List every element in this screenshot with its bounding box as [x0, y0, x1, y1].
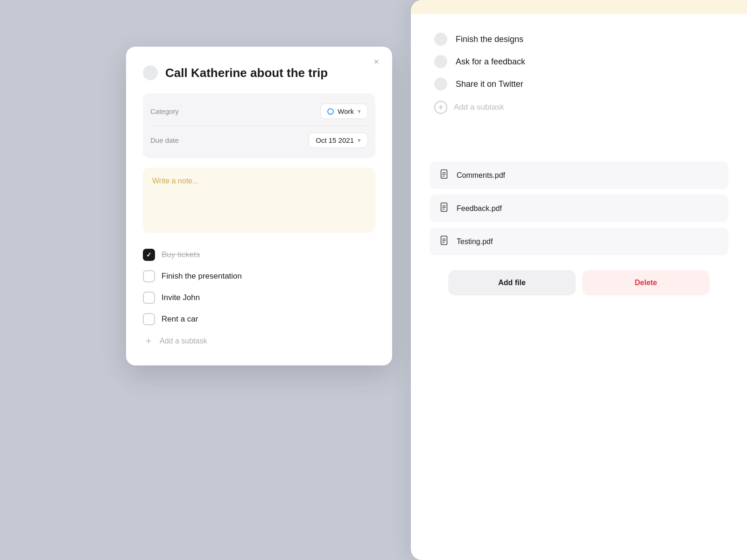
category-dropdown[interactable]: Work ▾: [320, 104, 368, 119]
right-subtasks-section: Finish the designs Ask for a feedback Sh…: [411, 14, 747, 133]
right-plus-icon[interactable]: +: [434, 101, 447, 114]
category-value: Work: [338, 107, 354, 115]
file-icon-3: [439, 235, 449, 248]
subtask-label-2: Finish the presentation: [162, 272, 242, 281]
checkmark-icon: ✓: [146, 251, 152, 259]
fields-section: Category Work ▾ Due date Oct 15 2021 ▾: [143, 93, 375, 158]
subtask-label-4: Rent a car: [162, 315, 198, 324]
bottom-actions: Add file Delete: [430, 261, 728, 295]
due-date-value: Oct 15 2021: [316, 136, 354, 144]
subtask-checkbox-4[interactable]: [143, 313, 155, 325]
subtask-item: Rent a car: [143, 308, 375, 330]
subtask-checkbox-2[interactable]: [143, 270, 155, 282]
due-date-dropdown[interactable]: Oct 15 2021 ▾: [309, 133, 368, 148]
right-panel: Finish the designs Ask for a feedback Sh…: [411, 0, 747, 560]
plus-icon: +: [143, 336, 154, 347]
right-subtask-item: Ask for a feedback: [434, 50, 724, 73]
right-subtask-label-2: Ask for a feedback: [456, 57, 525, 67]
file-name-1: Comments.pdf: [457, 171, 505, 180]
chevron-down-icon-2: ▾: [358, 137, 361, 144]
add-subtask-button[interactable]: + Add a subtask: [143, 336, 207, 347]
add-file-button[interactable]: Add file: [448, 270, 576, 295]
file-name-2: Feedback.pdf: [457, 204, 502, 213]
right-subtask-item: Finish the designs: [434, 28, 724, 50]
delete-button[interactable]: Delete: [582, 270, 710, 295]
right-checkbox-2[interactable]: [434, 55, 447, 68]
modal-header: Call Katherine about the trip: [143, 65, 375, 80]
note-placeholder: Write a note...: [152, 177, 198, 185]
subtask-item: ✓ Buy tickets: [143, 244, 375, 266]
files-section: Comments.pdf Feedback.pdf: [411, 161, 747, 295]
right-subtask-label-1: Finish the designs: [456, 35, 523, 44]
subtask-list: ✓ Buy tickets Finish the presentation In…: [143, 244, 375, 330]
category-row: Category Work ▾: [150, 97, 368, 126]
subtask-item: Invite John: [143, 287, 375, 308]
task-title: Call Katherine about the trip: [165, 66, 328, 80]
add-subtask-row: + Add a subtask: [143, 330, 375, 347]
right-subtask-label-3: Share it on Twitter: [456, 79, 523, 89]
category-label: Category: [150, 107, 179, 115]
subtask-label-1: Buy tickets: [162, 250, 200, 259]
file-icon-2: [439, 202, 449, 215]
file-name-3: Testing.pdf: [457, 238, 493, 246]
right-add-subtask-row: + Add a subtask: [434, 95, 724, 119]
subtask-label-3: Invite John: [162, 293, 200, 302]
close-button[interactable]: ×: [374, 57, 379, 66]
due-date-row: Due date Oct 15 2021 ▾: [150, 126, 368, 154]
right-add-subtask-label: Add a subtask: [454, 103, 504, 112]
subtask-item: Finish the presentation: [143, 266, 375, 287]
task-modal: × Call Katherine about the trip Category…: [126, 47, 392, 365]
spacer: [411, 133, 747, 161]
due-date-label: Due date: [150, 136, 179, 144]
category-dot-icon: [327, 108, 334, 115]
right-checkbox-1[interactable]: [434, 33, 447, 46]
subtask-checkbox-3[interactable]: [143, 292, 155, 304]
note-textarea[interactable]: Write a note...: [143, 168, 375, 233]
file-item-1: Comments.pdf: [430, 161, 728, 189]
subtask-checkbox-1[interactable]: ✓: [143, 249, 155, 261]
task-complete-checkbox[interactable]: [143, 65, 158, 80]
right-top-bar: [411, 0, 747, 14]
file-item-3: Testing.pdf: [430, 228, 728, 255]
right-checkbox-3[interactable]: [434, 77, 447, 91]
right-subtask-item: Share it on Twitter: [434, 73, 724, 95]
chevron-down-icon: ▾: [358, 108, 361, 115]
file-icon-1: [439, 169, 449, 182]
file-item-2: Feedback.pdf: [430, 195, 728, 222]
add-subtask-label: Add a subtask: [160, 337, 207, 345]
